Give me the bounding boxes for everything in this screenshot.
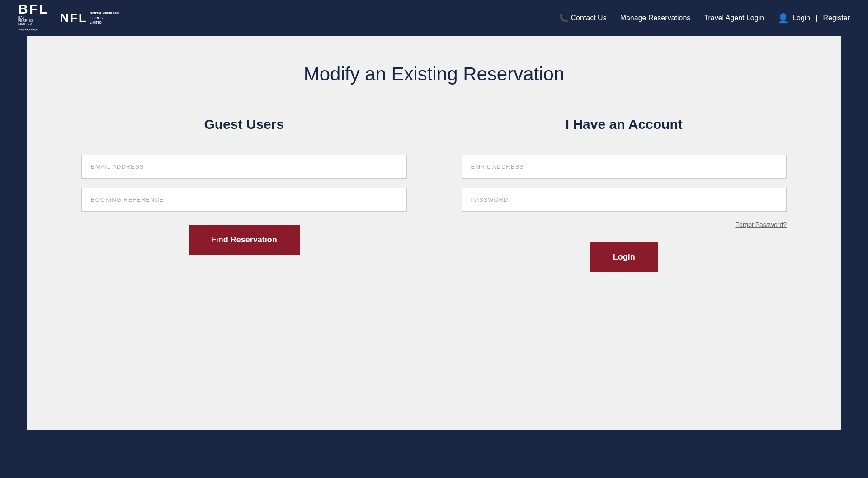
guest-users-title: Guest Users: [81, 117, 407, 132]
two-column-layout: Guest Users Find Reservation I Have an A…: [54, 117, 814, 272]
logo-divider: [54, 7, 54, 29]
manage-reservations-label: Manage Reservations: [620, 14, 691, 22]
guest-email-input[interactable]: [81, 155, 407, 179]
forgot-password-link[interactable]: Forgot Password?: [735, 221, 787, 228]
bfl-wave-icon: 〜〜〜: [18, 26, 37, 34]
guest-booking-group: [81, 188, 407, 212]
account-email-input[interactable]: [462, 155, 787, 179]
travel-agent-login-label: Travel Agent Login: [704, 14, 764, 22]
phone-icon: 📞: [559, 14, 568, 23]
register-link[interactable]: Register: [823, 14, 850, 22]
login-button[interactable]: Login: [590, 242, 658, 272]
page-title: Modify an Existing Reservation: [54, 63, 814, 85]
nav-separator: |: [816, 14, 817, 22]
contact-us-label: Contact Us: [571, 14, 607, 22]
guest-email-group: [81, 155, 407, 179]
main-content: Modify an Existing Reservation Guest Use…: [27, 36, 841, 430]
find-reservation-button[interactable]: Find Reservation: [189, 225, 300, 255]
manage-reservations-link[interactable]: Manage Reservations: [620, 14, 691, 22]
guest-booking-reference-input[interactable]: [81, 188, 407, 212]
bfl-acronym-text: BFL: [18, 2, 48, 16]
auth-nav: 👤 Login | Register: [778, 13, 850, 24]
account-email-group: [462, 155, 787, 179]
bfl-full-text: BAY FERRIES LIMITED: [18, 16, 33, 25]
site-header: BFL BAY FERRIES LIMITED 〜〜〜 NFL NORTHUMB…: [0, 0, 868, 36]
nfl-acronym-text: NFL: [60, 11, 87, 25]
account-title: I Have an Account: [462, 117, 787, 132]
login-link[interactable]: Login: [793, 14, 810, 22]
nfl-logo: NFL NORTHUMBERLAND FERRIES LIMITED: [60, 11, 119, 25]
user-icon: 👤: [778, 13, 789, 24]
guest-users-section: Guest Users Find Reservation: [54, 117, 434, 272]
account-password-group: [462, 188, 787, 212]
travel-agent-login-link[interactable]: Travel Agent Login: [704, 14, 764, 22]
account-password-input[interactable]: [462, 188, 787, 212]
account-section: I Have an Account Forgot Password? Login: [434, 117, 814, 272]
nfl-full-text: NORTHUMBERLAND FERRIES LIMITED: [90, 11, 119, 24]
logo-area: BFL BAY FERRIES LIMITED 〜〜〜 NFL NORTHUMB…: [18, 2, 119, 34]
contact-us-link[interactable]: 📞 Contact Us: [559, 14, 607, 23]
bfl-logo: BFL BAY FERRIES LIMITED 〜〜〜: [18, 2, 48, 34]
forgot-password-area: Forgot Password?: [462, 221, 787, 229]
main-nav: 📞 Contact Us Manage Reservations Travel …: [559, 13, 850, 24]
